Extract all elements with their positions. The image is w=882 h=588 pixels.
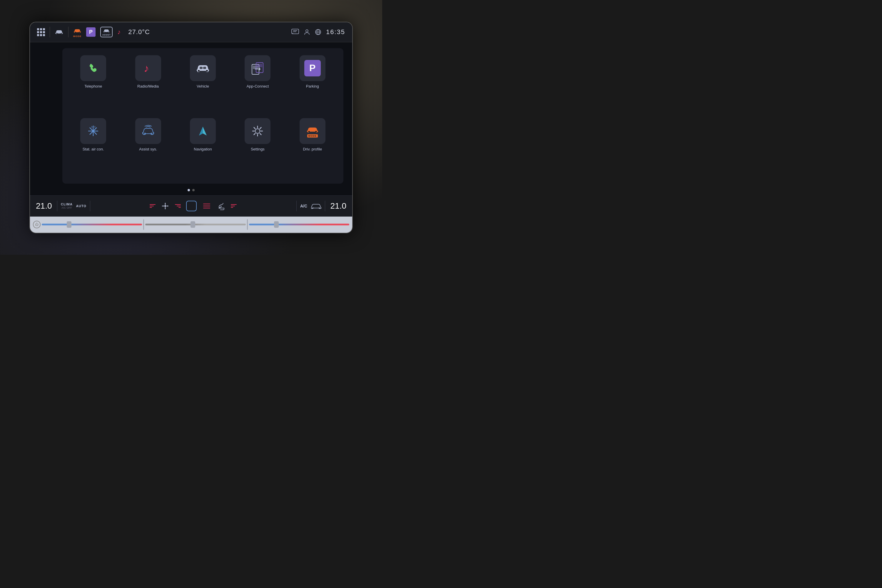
clima-main-label: CLIMA [61,202,73,206]
parking-status-badge[interactable]: P [86,27,96,37]
app-vehicle-label: Vehicle [197,84,209,88]
driv-profile-icon: MODE [307,125,319,138]
main-content: Telephone ♪ Radio/Media [30,42,352,217]
svg-point-0 [56,33,58,34]
time-display: 16:35 [326,28,345,36]
svg-point-35 [312,207,313,208]
car-icon[interactable] [55,29,63,35]
svg-point-3 [79,32,80,33]
ac-label[interactable]: A/C [300,204,307,208]
auto-label: AUTO [76,204,86,208]
left-panel [39,48,62,184]
menu-button[interactable] [202,202,211,210]
svg-text:♪: ♪ [144,62,149,74]
svg-point-36 [319,207,320,208]
home-button[interactable] [186,201,197,211]
app-driv-profile[interactable]: MODE Driv. profile [287,118,338,177]
svg-marker-30 [199,127,203,135]
app-settings-label: Settings [251,147,264,152]
physical-divider-right [247,219,248,230]
climate-divider-left [57,201,57,211]
app-grid: Telephone ♪ Radio/Media [62,48,343,184]
fan-slider[interactable] [145,224,245,225]
app-telephone-label: Telephone [84,84,102,88]
temp-left-display: 21.0 [36,201,54,211]
app-radio-media[interactable]: ♪ Radio/Media [123,55,173,114]
divider-2 [68,27,69,38]
seat-heat-icon[interactable] [217,202,225,210]
media-icon[interactable]: ♪ [117,28,120,36]
climate-bar: 21.0 CLIMA A/C OFF AUTO [30,195,352,217]
svg-point-2 [75,32,76,33]
svg-point-1 [61,33,62,34]
driv-profile-mode-label: MODE [307,134,318,138]
home-grid-icon[interactable] [37,28,45,36]
svg-rect-16 [200,67,203,69]
svg-point-9 [306,30,308,32]
assist-status-icon[interactable]: ASSIST [100,27,113,38]
app-assist-sys[interactable]: Assist sys. [123,118,173,177]
app-navigation[interactable]: Navigation [178,118,228,177]
app-telephone[interactable]: Telephone [68,55,118,114]
physical-controls: ⏻ [30,217,352,233]
climate-controls [94,201,293,211]
svg-point-34 [164,205,166,207]
app-vehicle[interactable]: Vehicle [178,55,228,114]
svg-point-5 [108,32,109,32]
page-dot-2[interactable] [192,189,195,191]
app-parking[interactable]: P Parking [287,55,338,114]
page-dot-1[interactable] [188,189,190,191]
left-temp-slider[interactable] [42,224,142,225]
right-fan-adjust[interactable] [175,204,181,208]
globe-icon[interactable] [315,29,322,35]
mode-label: MODE [73,35,81,38]
pagination-dots [30,187,352,195]
app-driv-profile-label: Driv. profile [303,147,322,152]
ventilation-icon[interactable] [311,202,322,210]
temperature-display: 27.0°C [128,28,150,36]
app-assist-sys-label: Assist sys. [139,147,157,152]
svg-point-31 [255,129,260,134]
app-radio-media-label: Radio/Media [137,84,159,88]
climate-divider-3 [296,201,297,211]
physical-divider-left [143,219,144,230]
right-temp-slider[interactable] [249,224,349,225]
app-stat-air-con[interactable]: Stat. air con. [68,118,118,177]
svg-point-32 [308,131,310,132]
temp-right-display: 21.0 [329,201,346,211]
left-fan-adjust[interactable] [150,204,156,208]
svg-point-4 [104,32,105,32]
app-app-connect-label: App-Connect [246,84,269,88]
app-settings[interactable]: Settings [233,118,282,177]
main-screen: MODE P ASSIST ♪ 27.0°C [29,22,353,233]
svg-rect-17 [203,67,206,69]
profile-icon[interactable] [304,29,310,35]
svg-point-15 [206,70,208,72]
clima-sub-label: A/C OFF [62,206,72,210]
power-button[interactable]: ⏻ [33,220,41,228]
clima-label-group: CLIMA A/C OFF [61,202,73,210]
status-bar: MODE P ASSIST ♪ 27.0°C [30,22,352,42]
climate-divider-4 [325,201,325,211]
fan-icon[interactable] [161,202,170,210]
mode-icon[interactable]: MODE [73,27,81,38]
message-icon[interactable] [291,29,299,35]
app-stat-air-con-label: Stat. air con. [83,147,104,152]
assist-label: ASSIST [102,34,111,36]
svg-point-14 [198,70,200,72]
parking-icon: P [304,60,321,76]
svg-point-33 [315,131,317,132]
svg-point-26 [92,130,95,132]
divider-1 [50,27,50,38]
app-app-connect[interactable]: App-Connect [233,55,282,114]
svg-rect-21 [257,64,262,67]
right-fan-lines[interactable] [231,204,237,208]
app-parking-label: Parking [306,84,319,88]
app-navigation-label: Navigation [194,147,212,152]
climate-divider-2 [90,201,90,211]
